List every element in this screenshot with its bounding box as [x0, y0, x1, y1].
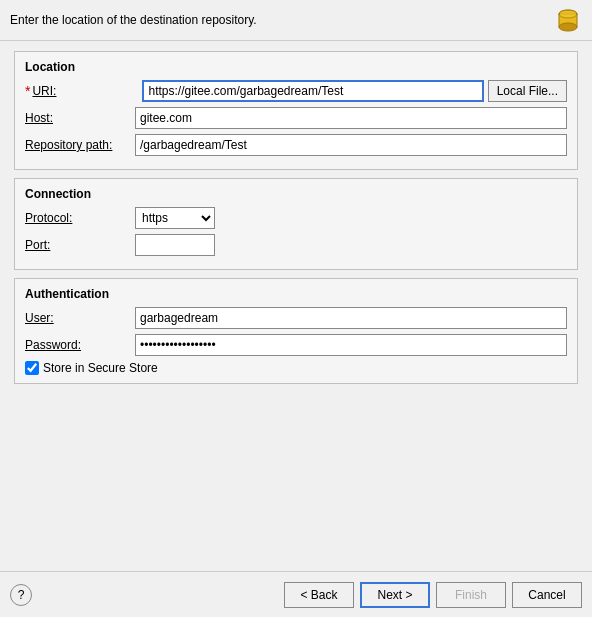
next-button[interactable]: Next > [360, 582, 430, 608]
protocol-label: Protocol: [25, 211, 135, 225]
dialog-header: Enter the location of the destination re… [0, 0, 592, 41]
uri-required-indicator: * [25, 84, 30, 98]
port-label: Port: [25, 238, 135, 252]
host-input[interactable] [135, 107, 567, 129]
repo-path-label: Repository path: [25, 138, 135, 152]
host-row: Host: [25, 107, 567, 129]
host-label: Host: [25, 111, 135, 125]
password-input[interactable] [135, 334, 567, 356]
uri-input[interactable] [142, 80, 483, 102]
port-row: Port: [25, 234, 567, 256]
authentication-section: Authentication User: Password: Store in … [14, 278, 578, 384]
port-input[interactable] [135, 234, 215, 256]
authentication-section-title: Authentication [25, 287, 567, 301]
user-input[interactable] [135, 307, 567, 329]
user-label: User: [25, 311, 135, 325]
svg-point-2 [559, 23, 577, 31]
password-row: Password: [25, 334, 567, 356]
password-label: Password: [25, 338, 135, 352]
uri-label: URI: [32, 84, 142, 98]
connection-section-title: Connection [25, 187, 567, 201]
bottom-bar: ? < Back Next > Finish Cancel [0, 571, 592, 617]
protocol-select[interactable]: https http git ssh [135, 207, 215, 229]
store-label: Store in Secure Store [43, 361, 158, 375]
store-checkbox-row: Store in Secure Store [25, 361, 567, 375]
location-section-title: Location [25, 60, 567, 74]
store-checkbox[interactable] [25, 361, 39, 375]
back-button[interactable]: < Back [284, 582, 354, 608]
finish-button[interactable]: Finish [436, 582, 506, 608]
repo-path-row: Repository path: [25, 134, 567, 156]
header-text: Enter the location of the destination re… [10, 13, 257, 27]
dialog-content: Location * URI: Local File... Host: Repo… [0, 41, 592, 571]
local-file-button[interactable]: Local File... [488, 80, 567, 102]
uri-row: * URI: Local File... [25, 80, 567, 102]
repository-icon [554, 6, 582, 34]
svg-point-3 [559, 10, 577, 18]
cancel-button[interactable]: Cancel [512, 582, 582, 608]
protocol-row: Protocol: https http git ssh [25, 207, 567, 229]
repo-path-input[interactable] [135, 134, 567, 156]
connection-section: Connection Protocol: https http git ssh … [14, 178, 578, 270]
location-section: Location * URI: Local File... Host: Repo… [14, 51, 578, 170]
help-button[interactable]: ? [10, 584, 32, 606]
user-row: User: [25, 307, 567, 329]
